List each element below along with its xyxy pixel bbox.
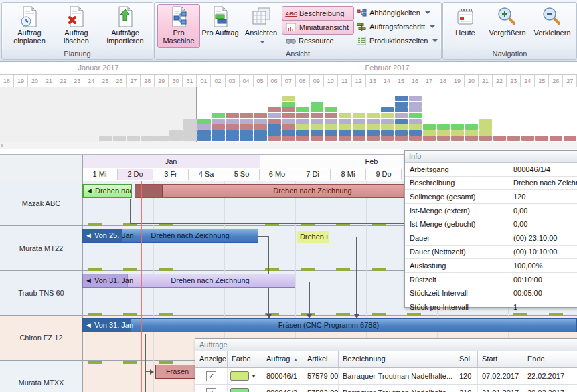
- timeline-day[interactable]: 27: [127, 75, 141, 88]
- gantt-bar-yellow[interactable]: Drehen ı: [297, 231, 329, 243]
- gantt-bar-blue[interactable]: ◄ Von 31. JanFräsen (CNC Programm 6788): [82, 318, 577, 332]
- timeline-day[interactable]: 12: [352, 75, 366, 88]
- timeline-day[interactable]: 23: [70, 75, 84, 88]
- timeline-day[interactable]: 25: [535, 75, 549, 88]
- order-row[interactable]: ✓▾800046/157579-00Barraquer-Troutman Nad…: [195, 368, 577, 385]
- orders-column-ende[interactable]: Ende: [523, 351, 577, 367]
- machine-label[interactable]: Chiron FZ 12: [0, 316, 83, 360]
- gantt-bar-lavender[interactable]: ◄ Von 31. JanDrehen nach Zeichnung: [82, 274, 295, 288]
- button-pro-auftrag[interactable]: Pro Auftrag: [200, 5, 240, 47]
- dependencies-icon: [356, 8, 367, 17]
- timeline-day[interactable]: 21: [42, 75, 56, 88]
- zoom-in-icon: [496, 5, 519, 28]
- ribbon-group-navigation: NavigationHeuteVergrößernVerkleinern: [442, 2, 577, 60]
- horizontal-splitter[interactable]: [0, 142, 577, 149]
- button-ansichten[interactable]: Ansichten: [242, 5, 280, 47]
- machine-label[interactable]: Murata MT22: [0, 226, 83, 270]
- timeline-day[interactable]: 26: [112, 75, 127, 88]
- timeline-day[interactable]: 31: [183, 75, 197, 88]
- color-swatch[interactable]: [230, 371, 249, 381]
- timeline-day[interactable]: 11: [338, 75, 352, 88]
- menu-toggle-produktionszeiten[interactable]: Produktionszeiten: [353, 34, 445, 47]
- timeline-day[interactable]: 20: [465, 75, 479, 88]
- gantt-day-7di[interactable]: 7 Di: [295, 169, 331, 180]
- timeline-day[interactable]: 04: [240, 75, 254, 88]
- timeline-day[interactable]: 19: [14, 75, 28, 88]
- gantt-day-1mi[interactable]: 1 Mi: [82, 169, 118, 180]
- timeline-day[interactable]: 14: [380, 75, 394, 88]
- toggle-miniaturansicht[interactable]: Miniaturansicht: [282, 20, 354, 35]
- button-vergrern[interactable]: Vergrößern: [486, 5, 529, 47]
- orders-column-start[interactable]: Start: [478, 351, 523, 367]
- timeline-day[interactable]: 08: [296, 75, 310, 88]
- timeline-day[interactable]: 22: [56, 75, 70, 88]
- timeline-day[interactable]: 13: [366, 75, 380, 88]
- order-row[interactable]: ✓▾800046/257582-00Barraquer-Troutman Nad…: [195, 385, 577, 392]
- machine-label[interactable]: Mazak ABC: [0, 181, 83, 225]
- button-heute[interactable]: Heute: [447, 5, 483, 47]
- timeline-day[interactable]: 17: [422, 75, 436, 88]
- gantt-day-3fr[interactable]: 3 Fr: [153, 169, 189, 180]
- timeline-day[interactable]: 20: [28, 75, 42, 88]
- menu-toggle-abhangigkeiten[interactable]: Abhängigkeiten: [353, 6, 445, 19]
- miniature-view[interactable]: [0, 87, 577, 143]
- timeline-day[interactable]: 26: [549, 75, 563, 88]
- timeline-day[interactable]: 24: [521, 75, 535, 88]
- minimap-block: [282, 96, 295, 101]
- timeline-day[interactable]: 21: [479, 75, 493, 88]
- timeline-day[interactable]: 06: [268, 75, 282, 88]
- orders-column-farbe[interactable]: Farbe: [228, 351, 262, 367]
- info-row-value: 0,00: [509, 207, 577, 215]
- button-auftrag-lschen[interactable]: Auftraglöschen: [54, 5, 98, 47]
- dependency-connector: [295, 282, 310, 282]
- timeline-day[interactable]: 10: [324, 75, 338, 88]
- gantt-day-2do[interactable]: 2 Do: [118, 169, 153, 180]
- timeline-day[interactable]: 29: [155, 75, 169, 88]
- gantt-day-5so[interactable]: 5 So: [224, 169, 260, 180]
- checkbox[interactable]: ✓: [206, 371, 216, 381]
- gantt-bar-blue[interactable]: ◄ Von 25.JanDrehen nach Zeichnung: [82, 229, 258, 243]
- timeline-day[interactable]: 15: [394, 75, 408, 88]
- timeline-day[interactable]: 09: [310, 75, 324, 88]
- orders-column-sol[interactable]: Sol...: [455, 351, 478, 367]
- gantt-day-9do[interactable]: 9 Do: [366, 169, 402, 180]
- timeline-day[interactable]: 27: [563, 75, 577, 88]
- timeline-day[interactable]: 25: [98, 75, 112, 88]
- timeline-day[interactable]: 18: [436, 75, 450, 88]
- dropdown-arrow-icon[interactable]: ▾: [252, 385, 255, 392]
- button-auftrge-importieren[interactable]: Aufträgeimportieren: [101, 5, 149, 47]
- timeline-day[interactable]: 07: [282, 75, 296, 88]
- gantt-day-6mo[interactable]: 6 Mo: [260, 169, 295, 180]
- timeline-day[interactable]: 19: [450, 75, 465, 88]
- timeline-day[interactable]: 02: [211, 75, 225, 88]
- gantt-bar-green[interactable]: ◄ Drehen nac: [82, 184, 132, 198]
- minimap-block: [197, 136, 210, 141]
- timeline-day[interactable]: 24: [84, 75, 98, 88]
- button-auftrag-einplanen[interactable]: Auftrageinplanen: [7, 5, 52, 47]
- orders-column-auftrag[interactable]: Auftrag▲: [262, 351, 303, 367]
- menu-toggle-auftragsforschritt[interactable]: Auftragsforschritt: [353, 20, 445, 33]
- button-pro-maschine[interactable]: Pro Maschine: [157, 4, 200, 48]
- color-swatch[interactable]: [230, 388, 249, 392]
- gantt-day-4sa[interactable]: 4 Sa: [189, 169, 224, 180]
- toggle-ressource[interactable]: Ressource: [282, 34, 353, 47]
- timeline-day[interactable]: 16: [408, 75, 422, 88]
- dropdown-arrow-icon[interactable]: ▾: [252, 369, 255, 384]
- timeline-day[interactable]: 22: [493, 75, 507, 88]
- timeline-day[interactable]: 05: [254, 75, 268, 88]
- timeline-day[interactable]: 18: [0, 75, 14, 88]
- toggle-beschreibung[interactable]: ABCBeschreibung: [282, 6, 354, 21]
- timeline-day[interactable]: 30: [169, 75, 183, 88]
- machine-label[interactable]: Murata MTXX: [0, 361, 83, 392]
- gantt-day-8mi[interactable]: 8 Mi: [331, 169, 366, 180]
- timeline-day[interactable]: 28: [141, 75, 155, 88]
- button-verkleinern[interactable]: Verkleinern: [531, 5, 574, 47]
- machine-label[interactable]: Traub TNS 60: [0, 271, 83, 315]
- orders-column-bezeichnung[interactable]: Bezeichnung: [339, 351, 455, 367]
- checkbox[interactable]: ✓: [206, 388, 216, 392]
- timeline-day[interactable]: 01: [197, 75, 211, 88]
- timeline-day[interactable]: 23: [507, 75, 521, 88]
- orders-column-anzeige[interactable]: Anzeige: [195, 351, 228, 367]
- orders-column-artikel[interactable]: Artikel: [303, 351, 339, 367]
- timeline-day[interactable]: 03: [226, 75, 240, 88]
